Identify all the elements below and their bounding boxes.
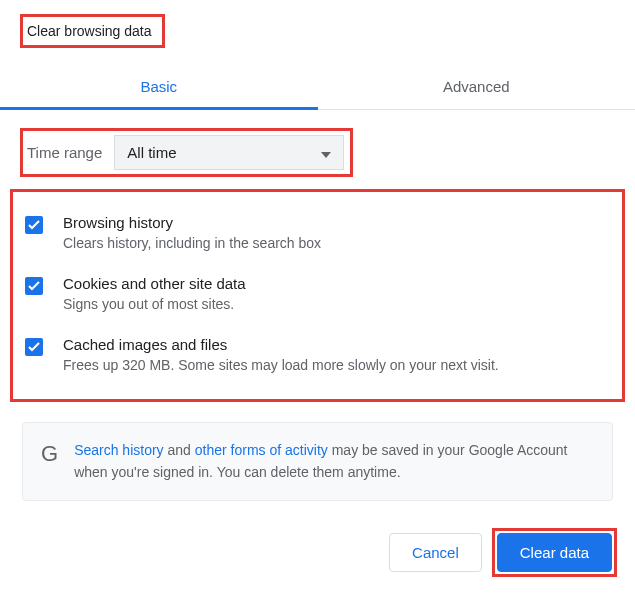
dialog-title: Clear browsing data: [27, 23, 152, 39]
checkmark-icon: [28, 342, 40, 352]
tab-basic[interactable]: Basic: [0, 66, 318, 109]
option-text: Cookies and other site data Signs you ou…: [63, 275, 246, 312]
checkbox-browsing-history[interactable]: [25, 216, 43, 234]
option-desc: Clears history, including in the search …: [63, 235, 321, 251]
options-highlight: Browsing history Clears history, includi…: [10, 189, 625, 402]
notice-text-part: and: [164, 442, 195, 458]
option-title: Cached images and files: [63, 336, 499, 353]
option-title: Cookies and other site data: [63, 275, 246, 292]
timerange-select[interactable]: All time: [114, 135, 344, 170]
tab-basic-label: Basic: [140, 78, 177, 95]
option-cookies: Cookies and other site data Signs you ou…: [19, 263, 616, 324]
dialog-title-highlight: Clear browsing data: [20, 14, 165, 48]
option-title: Browsing history: [63, 214, 321, 231]
google-g-icon: G: [41, 439, 58, 465]
dialog-footer: Cancel Clear data: [389, 528, 617, 577]
option-desc: Frees up 320 MB. Some sites may load mor…: [63, 357, 499, 373]
clear-button-highlight: Clear data: [492, 528, 617, 577]
option-text: Browsing history Clears history, includi…: [63, 214, 321, 251]
link-other-activity[interactable]: other forms of activity: [195, 442, 328, 458]
tab-advanced-label: Advanced: [443, 78, 510, 95]
option-browsing-history: Browsing history Clears history, includi…: [19, 202, 616, 263]
google-account-notice: G Search history and other forms of acti…: [22, 422, 613, 501]
tabs: Basic Advanced: [0, 66, 635, 110]
option-desc: Signs you out of most sites.: [63, 296, 246, 312]
caret-down-icon: [321, 144, 331, 161]
checkmark-icon: [28, 281, 40, 291]
checkmark-icon: [28, 220, 40, 230]
link-search-history[interactable]: Search history: [74, 442, 163, 458]
timerange-value: All time: [127, 144, 176, 161]
timerange-highlight: Time range All time: [20, 128, 353, 177]
checkbox-cookies[interactable]: [25, 277, 43, 295]
notice-text: Search history and other forms of activi…: [74, 439, 594, 484]
checkbox-cached[interactable]: [25, 338, 43, 356]
cancel-button[interactable]: Cancel: [389, 533, 482, 572]
tab-advanced[interactable]: Advanced: [318, 66, 636, 109]
option-cached: Cached images and files Frees up 320 MB.…: [19, 324, 616, 385]
option-text: Cached images and files Frees up 320 MB.…: [63, 336, 499, 373]
clear-data-button[interactable]: Clear data: [497, 533, 612, 572]
timerange-label: Time range: [27, 144, 102, 161]
